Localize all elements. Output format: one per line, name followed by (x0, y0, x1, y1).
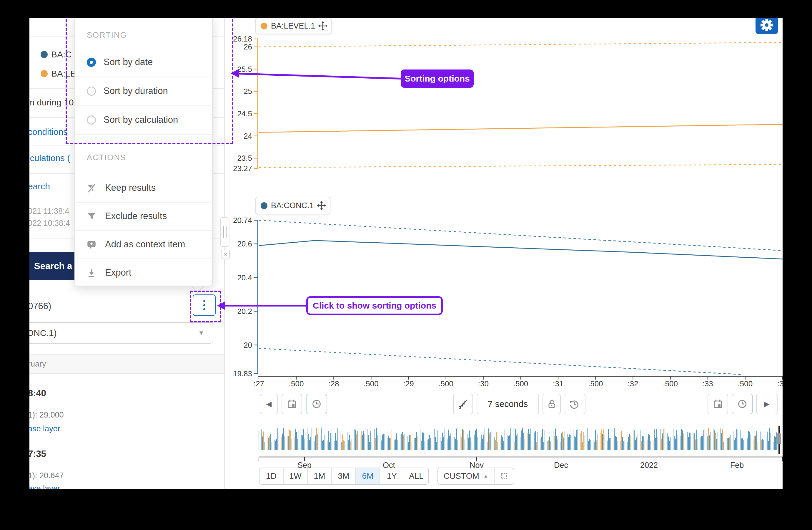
back-arrow-icon: ◀ (266, 400, 272, 408)
x-axis-tick-label: .500 (732, 379, 758, 388)
conditions-link[interactable]: conditions (29, 127, 68, 137)
move-icon[interactable] (317, 201, 326, 210)
fit-range-button[interactable] (495, 468, 514, 484)
search-link[interactable]: earch (29, 181, 50, 191)
time-range-group: 1D1W1M3M6M1YALL (259, 468, 429, 485)
legend-chip-ba-level[interactable]: BA:LEVEL.1 (255, 18, 332, 34)
end-date-button[interactable] (708, 394, 728, 414)
series-dot-blue (261, 202, 267, 209)
results-group-header: ruary (29, 354, 224, 374)
x-axis-tick-label: :33 (695, 379, 721, 388)
divider (29, 442, 224, 442)
pan-left-button[interactable]: ◀ (260, 394, 278, 414)
x-axis-tick-label: .500 (283, 379, 309, 388)
series-dot-orange (261, 23, 267, 29)
base-layer-link[interactable]: ase layer (29, 484, 60, 489)
custom-range-button[interactable]: CUSTOM ▲ (438, 468, 495, 484)
chevron-down-icon[interactable]: ▼ (198, 323, 204, 343)
calculations-link[interactable]: lculations ( (29, 153, 70, 163)
timeline-month-label: 2022 (630, 461, 668, 470)
base-layer-link[interactable]: ase layer (29, 424, 60, 433)
menu-action-label: Exclude results (105, 211, 167, 221)
funnel-slash-icon (86, 182, 97, 194)
start-date-button[interactable] (281, 394, 302, 414)
move-icon[interactable] (318, 21, 328, 31)
pan-right-button[interactable]: ▶ (756, 394, 778, 414)
x-axis-tick-label: :34 (769, 379, 783, 388)
x-axis-tick-label: .500 (508, 379, 534, 388)
x-axis-tick-label: :30 (470, 379, 497, 388)
menu-action-label: Keep results (105, 183, 156, 193)
history-icon (569, 399, 580, 409)
x-axis-tick-label: :27 (246, 379, 272, 388)
history-button[interactable] (564, 394, 585, 414)
y-axis-tick-label: 23.5 (218, 153, 252, 163)
legend-chip-ba-conc[interactable]: BA:CONC.1 (255, 197, 330, 214)
menu-action-add-as-context-item[interactable]: Add as context item (75, 232, 212, 257)
chart-settings-button[interactable] (755, 18, 778, 34)
timeline-month-label: Feb (718, 461, 756, 470)
range-button-1y[interactable]: 1Y (380, 468, 404, 484)
legend-chip-label: BA:LEVEL.1 (271, 22, 315, 31)
step-preview-icon (458, 399, 469, 409)
menu-action-export[interactable]: Export (75, 260, 212, 285)
download-icon (86, 267, 97, 279)
range-button-6m[interactable]: 6M (356, 468, 380, 484)
search-again-button[interactable]: Search a (29, 252, 76, 280)
funnel-icon (86, 210, 97, 222)
menu-action-label: Add as context item (105, 239, 185, 250)
divider (75, 202, 212, 203)
chevron-up-icon: ▲ (483, 468, 488, 484)
actions-section-header: ACTIONS (87, 153, 126, 162)
range-button-all[interactable]: ALL (404, 468, 429, 484)
range-button-1d[interactable]: 1D (260, 468, 284, 484)
x-axis-tick-label: .500 (582, 379, 609, 388)
x-axis-tick-label: :28 (320, 379, 347, 388)
menu-action-exclude-results[interactable]: Exclude results (75, 204, 212, 228)
divider (75, 230, 212, 231)
clock-icon (311, 399, 322, 409)
range-end-timestamp: 022 10:38:4 (29, 219, 70, 228)
x-axis-tick-label: :31 (545, 379, 571, 388)
dashed-frame-icon (499, 472, 508, 480)
comment-plus-icon (86, 238, 97, 250)
legend-dot-blue (41, 51, 48, 58)
range-button-3m[interactable]: 3M (332, 468, 356, 484)
x-axis-tick-label: .500 (657, 379, 684, 388)
x-axis-tick-label: .500 (433, 379, 459, 388)
event-item-value: 1): 20.647 (29, 471, 64, 480)
event-item-value: 1): 29.000 (29, 410, 64, 420)
close-panel-button[interactable]: × (221, 250, 230, 259)
duration-button[interactable]: 7 seconds (477, 394, 539, 414)
forward-arrow-icon: ▶ (764, 400, 769, 408)
app-window: BA:C BA:LE m during 10 conditions lculat… (29, 18, 783, 489)
click-to-show-callout: Click to show sorting options (306, 296, 443, 315)
signal-select-dropdown[interactable]: ONC.1) ▼ (29, 322, 213, 344)
custom-range-group: CUSTOM ▲ (437, 468, 514, 485)
sorting-options-callout: Sorting options (401, 69, 474, 88)
calendar-icon (713, 399, 723, 409)
y-axis-tick-label: 19.83 (218, 369, 252, 378)
clock-icon (737, 399, 748, 409)
end-time-button[interactable] (732, 394, 753, 414)
x-axis-tick-label: :32 (620, 379, 646, 388)
gear-icon (759, 18, 774, 33)
start-time-button[interactable] (306, 394, 327, 414)
menu-action-keep-results[interactable]: Keep results (75, 176, 212, 200)
divider (75, 259, 212, 259)
lock-open-icon (546, 399, 557, 409)
trend-preview-button[interactable] (453, 394, 473, 414)
calendar-icon (287, 399, 297, 409)
custom-range-label: CUSTOM (444, 468, 479, 484)
panel-drag-handle[interactable] (220, 217, 230, 247)
lock-duration-button[interactable] (542, 394, 561, 414)
y-axis-tick-label: 23.27 (218, 164, 252, 173)
y-axis-tick-label: 20.4 (218, 273, 252, 282)
legend-dot-orange (41, 70, 48, 77)
signal-select-value: ONC.1) (29, 323, 57, 343)
group-header-label: ruary (29, 354, 46, 373)
range-button-1m[interactable]: 1M (308, 468, 332, 484)
range-button-1w[interactable]: 1W (284, 468, 308, 484)
range-start-timestamp: 021 11:38:4 (29, 207, 70, 216)
y-axis-tick-label: 20.2 (218, 307, 252, 316)
